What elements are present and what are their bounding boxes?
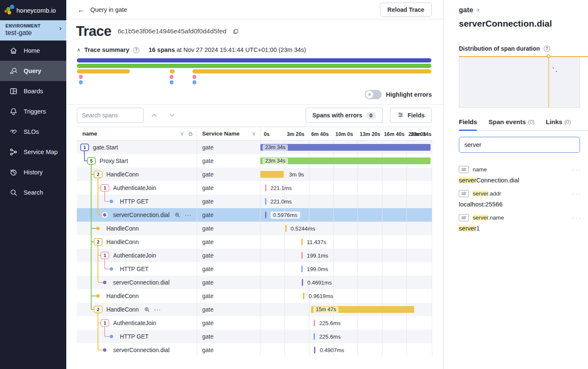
sidebar-item-search[interactable]: Search: [0, 182, 66, 203]
span-name: HTTP GET: [120, 266, 149, 272]
trace-minimap[interactable]: [77, 58, 431, 86]
span-duration-tick[interactable]: [285, 225, 287, 232]
duration-label: 225.6ms: [319, 316, 341, 330]
sidebar-item-triggers[interactable]: Triggers: [0, 101, 66, 122]
child-count-badge[interactable]: 5: [87, 157, 96, 165]
span-duration-tick[interactable]: [303, 293, 304, 299]
span-row[interactable]: HandleConngate0.9619ms: [77, 289, 432, 303]
duration-label: 221.1ms: [271, 181, 292, 195]
ellipsis-icon[interactable]: ···: [184, 212, 192, 218]
column-header-name[interactable]: name ∨: [77, 127, 197, 140]
span-duration-tick[interactable]: [265, 212, 266, 218]
field-search-input[interactable]: [459, 137, 580, 153]
tree-line: [91, 181, 92, 195]
axis-tick-label: 16m 40s: [384, 127, 405, 141]
gridline: [382, 168, 382, 181]
tab-fields[interactable]: Fields: [459, 118, 477, 130]
child-count-badge[interactable]: 1: [100, 319, 109, 327]
fields-button-label: Fields: [408, 112, 425, 119]
help-icon[interactable]: ?: [544, 46, 550, 52]
child-count-badge[interactable]: 2: [94, 238, 103, 246]
span-duration-bar[interactable]: 23m 34s: [260, 144, 431, 151]
environment-switcher[interactable]: ENVIRONMENT test-gate ›: [0, 20, 66, 41]
sidebar-item-home[interactable]: Home: [0, 41, 66, 61]
fields-button[interactable]: Fields: [390, 108, 432, 123]
sidebar-item-query[interactable]: Query: [0, 61, 66, 81]
span-row[interactable]: 2HandleConngate11.437s: [77, 235, 432, 249]
span-duration-bar[interactable]: 15m 47s: [311, 306, 414, 313]
span-duration-bar[interactable]: [260, 171, 284, 178]
child-count-badge[interactable]: 1: [100, 184, 109, 192]
reload-trace-button[interactable]: Reload Trace: [380, 3, 432, 17]
span-name-cell: HTTP GET: [77, 262, 197, 276]
field-menu-ellipsis-icon[interactable]: ···: [572, 166, 582, 173]
span-duration-tick[interactable]: [314, 320, 315, 326]
tab-links[interactable]: Links(0): [546, 118, 571, 130]
child-count-badge[interactable]: 2: [94, 171, 103, 178]
span-duration-tick[interactable]: [314, 333, 315, 340]
span-row[interactable]: 5Proxy.Startgate23m 34s: [77, 154, 432, 168]
spans-with-errors-button[interactable]: Spans with errors 0: [306, 108, 383, 123]
app-logo[interactable]: honeycomb.io: [0, 0, 66, 20]
next-match-button[interactable]: [164, 108, 180, 123]
zoom-in-icon[interactable]: [144, 307, 150, 313]
tab-span-events[interactable]: Span events(0): [488, 118, 534, 130]
span-duration-tick[interactable]: [302, 279, 303, 286]
column-header-service[interactable]: Service Name ∨: [197, 127, 260, 140]
span-duration-tick[interactable]: [301, 266, 303, 272]
tree-line: [91, 249, 92, 262]
highlight-errors-toggle[interactable]: ×: [365, 90, 382, 99]
gridline: [432, 141, 432, 154]
child-count-badge[interactable]: 2: [94, 306, 103, 313]
span-row[interactable]: serverConnection.dialgate0.4907ms: [77, 343, 432, 357]
span-row[interactable]: 1AuthenticateJoingate225.6ms: [77, 316, 432, 330]
span-row[interactable]: 2HandleConngate3m 9s: [77, 168, 432, 181]
span-duration-tick[interactable]: [265, 184, 266, 191]
field-menu-ellipsis-icon[interactable]: ···: [572, 214, 582, 221]
span-row[interactable]: HTTP GETgate225.6ms: [77, 330, 432, 343]
back-button[interactable]: ← Query in gate: [77, 6, 127, 14]
child-count-badge[interactable]: 1: [100, 252, 109, 259]
field-header: strname···: [459, 166, 582, 173]
home-icon: [9, 46, 18, 55]
search-spans-input[interactable]: [77, 108, 144, 123]
logo-text: honeycomb.io: [16, 7, 56, 14]
span-row[interactable]: 1AuthenticateJoingate221.1ms: [77, 181, 432, 195]
timeline-cell: 225.6ms: [260, 330, 432, 343]
span-row[interactable]: HTTP GETgate199.0ms: [77, 262, 432, 276]
service-name-cell: gate: [197, 195, 260, 208]
chevron-up-icon[interactable]: ∧: [77, 47, 81, 53]
sidebar-item-history[interactable]: History: [0, 162, 66, 182]
span-duration-tick[interactable]: [301, 252, 303, 259]
span-row[interactable]: 1gate.Startgate23m 34s: [77, 141, 432, 154]
sidebar: honeycomb.io ENVIRONMENT test-gate › Hom…: [0, 0, 66, 369]
gridline: [358, 262, 358, 276]
span-duration-tick[interactable]: [301, 239, 303, 245]
span-row[interactable]: 2HandleConn···gate15m 47s: [77, 303, 432, 316]
field-menu-ellipsis-icon[interactable]: ···: [572, 190, 582, 197]
tree-elbow: [98, 214, 103, 215]
sidebar-item-boards[interactable]: Boards: [0, 81, 66, 101]
span-name: HandleConn: [106, 239, 139, 245]
span-row[interactable]: HandleConngate0.5244ms: [77, 222, 432, 235]
ellipsis-icon[interactable]: ···: [154, 307, 161, 312]
prev-match-button[interactable]: [146, 108, 162, 123]
zoom-in-icon[interactable]: [174, 212, 181, 218]
sidebar-item-service-map[interactable]: Service Map: [0, 142, 66, 162]
span-row[interactable]: 1AuthenticateJoingate199.1ms: [77, 249, 432, 262]
span-duration-bar[interactable]: 23m 34s: [260, 157, 431, 164]
span-duration-tick[interactable]: [314, 347, 315, 353]
span-row[interactable]: HTTP GETgate221.0ms: [77, 195, 432, 208]
span-row[interactable]: serverConnection.dial···gate0.5976ms: [77, 208, 432, 222]
help-icon[interactable]: ?: [133, 47, 139, 53]
span-name-cell: 2HandleConn···: [77, 303, 197, 316]
child-count-badge[interactable]: 1: [80, 144, 89, 151]
divider: [66, 104, 443, 105]
sidebar-item-slos[interactable]: SLOs: [0, 122, 66, 142]
copy-icon[interactable]: [233, 28, 239, 35]
span-duration-tick[interactable]: [265, 198, 266, 205]
span-row[interactable]: serverConnection.dialgate0.4691ms: [77, 276, 432, 289]
gridline: [382, 262, 382, 276]
breadcrumb-service[interactable]: gate: [459, 6, 473, 14]
field-value: server1: [459, 225, 582, 232]
